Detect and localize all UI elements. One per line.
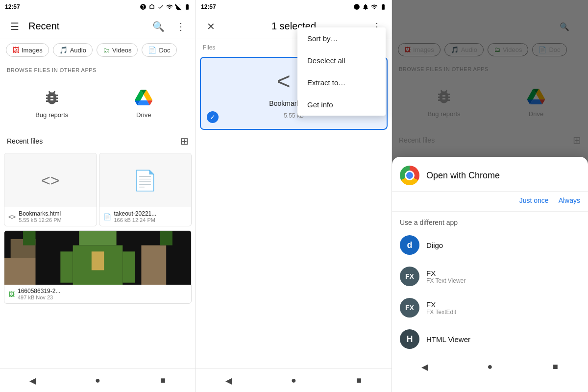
back-button-left[interactable]: ◀ [23,371,43,391]
chip-doc-label: Doc [159,47,170,54]
search-button-left[interactable]: 🔍 [149,18,167,35]
always-button[interactable]: Always [559,196,580,204]
bug-reports-label: Bug reports [35,111,68,119]
open-with-header: Open with Chrome [392,157,588,192]
recents-button-left[interactable]: ■ [153,371,173,391]
filter-row-left: 🖼 Images 🎵 Audio 🗂 Videos 📄 Doc [0,39,196,61]
file-thumb-bookmarks: <> [4,153,97,207]
fx-text-viewer-sub: FX Text Viewer [426,277,466,284]
home-button-left[interactable]: ● [88,371,108,391]
status-icons-mid [353,3,387,10]
fx-textedit-sub: FX TextEdit [426,309,456,316]
nav-bar-mid: ◀ ● ■ [196,368,392,392]
chip-videos-label: Videos [112,47,132,54]
open-with-text: Open with Chrome [426,171,500,181]
drive-icon [133,87,154,108]
status-bar-mid: 12:57 [196,0,392,14]
file-card-screenshot[interactable]: 🖼 1660586319-2... 497 kB Nov 23 [4,230,192,304]
file-type-icon-takeout: 📄 [103,213,111,220]
recents-button-mid[interactable]: ■ [349,371,369,391]
app-item-diigo[interactable]: d Diigo [392,229,588,261]
recent-files-header-left: Recent files ⊞ [0,131,196,151]
chrome-inner-circle [405,171,415,180]
browse-label-left: BROWSE FILES IN OTHER APPS [0,61,196,76]
open-with-actions: Just once Always [392,192,588,212]
fx-text-viewer-icon: FX [400,267,419,286]
svg-rect-13 [160,231,172,245]
images-chip-icon: 🖼 [12,46,19,54]
just-once-button[interactable]: Just once [519,196,549,204]
chrome-icon [400,166,419,185]
file-thumb-takeout: 📄 [99,153,192,207]
time-mid: 12:57 [201,3,216,10]
file-name-screenshot: 1660586319-2... [18,288,60,294]
svg-rect-5 [60,251,73,283]
file-info-takeout: 📄 takeout-20221... 166 kB 12:24 PM [99,207,192,226]
app-item-fx-text-viewer[interactable]: FX FX FX Text Viewer [392,261,588,292]
videos-chip-icon: 🗂 [103,46,110,54]
dark-overlay [392,0,588,167]
bottom-sheet: Open with Chrome Just once Always Use a … [392,157,588,392]
chip-images[interactable]: 🖼 Images [6,43,49,57]
diigo-icon: d [400,235,419,255]
app-item-html-viewer[interactable]: H HTML Viewer [392,323,588,355]
nav-bar-left: ◀ ● ■ [0,368,196,392]
file-meta-takeout: 166 kB 12:24 PM [114,217,157,223]
recent-files-label-left: Recent files [7,137,43,145]
time-left: 12:57 [5,3,20,10]
file-info-screenshot: 🖼 1660586319-2... 497 kB Nov 23 [4,285,191,303]
chip-audio[interactable]: 🎵 Audio [53,43,93,57]
file-type-icon-bookmarks: <> [8,213,16,220]
status-icons-left [140,3,191,10]
browse-item-bug-reports[interactable]: Bug reports [6,80,98,125]
close-button-mid[interactable]: ✕ [202,18,220,35]
svg-rect-14 [92,251,104,270]
diigo-info: Diigo [426,241,443,249]
dropdown-item-get-info[interactable]: Get info [297,94,386,116]
browse-grid-left: Bug reports Drive [0,76,196,131]
more-button-left[interactable]: ⋮ [172,18,190,35]
svg-rect-1 [79,231,116,245]
svg-rect-9 [4,258,36,285]
fx-textedit-icon: FX [400,298,419,318]
menu-button-left[interactable]: ☰ [6,18,24,35]
fx-textedit-name: FX [426,300,456,309]
page-title-left: Recent [28,21,145,32]
dropdown-item-extract[interactable]: Extract to… [297,72,386,94]
fx-textedit-info: FX FX TextEdit [426,300,456,316]
file-card-bookmarks[interactable]: <> <> Bookmarks.html 5.55 kB 12:26 PM [4,153,97,226]
chip-audio-label: Audio [70,47,86,54]
file-card-takeout[interactable]: 📄 📄 takeout-20221... 166 kB 12:24 PM [99,153,192,226]
file-meta-bookmarks: 5.55 kB 12:26 PM [19,217,61,223]
diigo-name: Diigo [426,241,443,249]
html-viewer-icon: H [400,329,419,349]
doc-chip-icon: 📄 [148,46,156,54]
app-bar-left: ☰ Recent 🔍 ⋮ [0,14,196,39]
dropdown-item-deselect[interactable]: Deselect all [297,49,386,72]
fx-text-viewer-info: FX FX Text Viewer [426,269,466,284]
chip-images-label: Images [22,47,43,54]
recents-button-right[interactable]: ■ [545,357,565,377]
app-item-fx-textedit[interactable]: FX FX FX TextEdit [392,292,588,323]
nav-bar-right: ◀ ● ■ [392,355,588,378]
back-button-mid[interactable]: ◀ [219,371,239,391]
home-button-right[interactable]: ● [480,357,500,377]
file-name-takeout: takeout-20221... [114,210,157,217]
bug-reports-icon [41,87,63,108]
different-app-label: Use a different app [392,212,588,229]
home-button-mid[interactable]: ● [284,371,304,391]
files-grid-left: <> <> Bookmarks.html 5.55 kB 12:26 PM 📄 … [0,151,196,228]
chip-videos[interactable]: 🗂 Videos [97,43,138,57]
browse-item-drive[interactable]: Drive [98,80,190,125]
chip-doc[interactable]: 📄 Doc [142,43,176,57]
back-button-right[interactable]: ◀ [415,357,435,377]
grid-toggle-left[interactable]: ⊞ [180,135,189,147]
svg-rect-6 [122,251,135,283]
svg-rect-11 [141,245,166,285]
right-panel: 12:58 ☰ Recent 🔍 ⋮ 🖼 Images 🎵 Audio [392,0,588,392]
file-name-bookmarks: Bookmarks.html [19,210,61,217]
dropdown-item-sort[interactable]: Sort by… [297,27,386,49]
file-info-bookmarks: <> Bookmarks.html 5.55 kB 12:26 PM [4,207,97,226]
left-panel: 12:57 ☰ Recent 🔍 ⋮ 🖼 Images 🎵 Audio [0,0,196,392]
dropdown-menu-mid: Sort by… Deselect all Extract to… Get in… [297,27,386,116]
